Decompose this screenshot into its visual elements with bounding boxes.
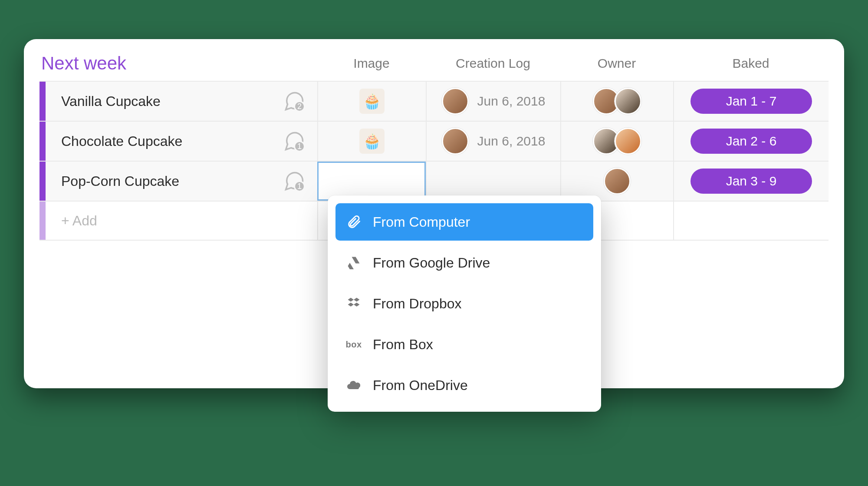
cell-owner[interactable] bbox=[560, 122, 673, 161]
cell-image[interactable]: 🧁 bbox=[317, 122, 426, 161]
cell-name[interactable]: Pop-Corn Cupcake 1 bbox=[46, 162, 317, 201]
upload-from-dropbox[interactable]: From Dropbox bbox=[335, 285, 593, 322]
comments-button[interactable]: 2 bbox=[282, 89, 307, 114]
cell-image[interactable]: 🧁 bbox=[317, 82, 426, 121]
comments-count: 1 bbox=[294, 141, 305, 152]
item-name: Pop-Corn Cupcake bbox=[61, 173, 179, 189]
comments-count: 1 bbox=[294, 181, 305, 192]
table-row[interactable]: Vanilla Cupcake 2 🧁 Jun 6, 2018 bbox=[39, 81, 829, 121]
owner-avatar bbox=[604, 168, 631, 195]
comments-button[interactable]: 1 bbox=[282, 169, 307, 194]
item-name: Chocolate Cupcake bbox=[61, 133, 182, 149]
cell-baked[interactable]: Jan 3 - 9 bbox=[673, 162, 829, 201]
empty-cell bbox=[673, 202, 829, 240]
cell-owner[interactable] bbox=[560, 82, 673, 121]
cell-baked[interactable]: Jan 2 - 6 bbox=[673, 122, 829, 161]
owner-avatars bbox=[604, 168, 631, 195]
upload-from-google-drive[interactable]: From Google Drive bbox=[335, 244, 593, 281]
group-title[interactable]: Next week bbox=[39, 53, 317, 74]
upload-from-box[interactable]: box From Box bbox=[335, 326, 593, 363]
comments-count: 2 bbox=[294, 101, 305, 112]
table-row[interactable]: Pop-Corn Cupcake 1 Jan 3 - 9 bbox=[39, 161, 829, 201]
upload-from-computer[interactable]: From Computer bbox=[335, 203, 593, 241]
add-row-label-cell[interactable]: + Add bbox=[46, 202, 317, 240]
cell-creation-log[interactable] bbox=[426, 162, 560, 201]
menu-item-label: From Google Drive bbox=[373, 255, 490, 271]
cell-image[interactable] bbox=[317, 162, 426, 201]
menu-item-label: From Computer bbox=[373, 214, 470, 230]
date-range-pill: Jan 2 - 6 bbox=[690, 129, 812, 154]
column-header-baked[interactable]: Baked bbox=[673, 56, 829, 71]
paperclip-icon bbox=[345, 213, 362, 231]
google-drive-icon bbox=[345, 254, 362, 271]
creation-date: Jun 6, 2018 bbox=[477, 94, 546, 109]
board-group: Next week Image Creation Log Owner Baked… bbox=[24, 39, 844, 388]
date-range-pill: Jan 3 - 9 bbox=[690, 169, 812, 194]
item-name: Vanilla Cupcake bbox=[61, 93, 161, 109]
column-header-image[interactable]: Image bbox=[317, 56, 426, 71]
creator-avatar bbox=[442, 128, 469, 155]
cell-name[interactable]: Chocolate Cupcake 1 bbox=[46, 122, 317, 161]
cell-creation-log[interactable]: Jun 6, 2018 bbox=[426, 82, 560, 121]
column-header-creation-log[interactable]: Creation Log bbox=[426, 56, 560, 71]
row-color-stripe bbox=[39, 82, 46, 121]
box-icon: box bbox=[345, 336, 362, 353]
cell-name[interactable]: Vanilla Cupcake 2 bbox=[46, 82, 317, 121]
image-thumbnail: 🧁 bbox=[359, 129, 385, 154]
menu-item-label: From OneDrive bbox=[373, 377, 468, 393]
row-color-stripe bbox=[39, 202, 46, 240]
upload-from-onedrive[interactable]: From OneDrive bbox=[335, 367, 593, 404]
upload-source-menu: From Computer From Google Drive From Dro… bbox=[328, 195, 601, 412]
menu-item-label: From Box bbox=[373, 337, 433, 353]
comments-button[interactable]: 1 bbox=[282, 129, 307, 154]
menu-item-label: From Dropbox bbox=[373, 296, 462, 312]
row-color-stripe bbox=[39, 162, 46, 201]
creation-date: Jun 6, 2018 bbox=[477, 134, 546, 149]
onedrive-icon bbox=[345, 377, 362, 394]
owner-avatar bbox=[615, 128, 641, 155]
image-thumbnail: 🧁 bbox=[359, 89, 385, 114]
cell-baked[interactable]: Jan 1 - 7 bbox=[673, 82, 829, 121]
table-row[interactable]: Chocolate Cupcake 1 🧁 Jun 6, 2018 bbox=[39, 121, 829, 161]
owner-avatar bbox=[615, 88, 641, 115]
date-range-pill: Jan 1 - 7 bbox=[690, 89, 812, 114]
owner-avatars bbox=[593, 128, 641, 155]
add-row-label: + Add bbox=[61, 213, 97, 229]
creator-avatar bbox=[442, 88, 469, 115]
row-color-stripe bbox=[39, 122, 46, 161]
cell-owner[interactable] bbox=[560, 162, 673, 201]
dropbox-icon bbox=[345, 295, 362, 312]
cell-creation-log[interactable]: Jun 6, 2018 bbox=[426, 122, 560, 161]
group-header: Next week Image Creation Log Owner Baked bbox=[39, 51, 829, 81]
column-header-owner[interactable]: Owner bbox=[560, 56, 673, 71]
owner-avatars bbox=[593, 88, 641, 115]
